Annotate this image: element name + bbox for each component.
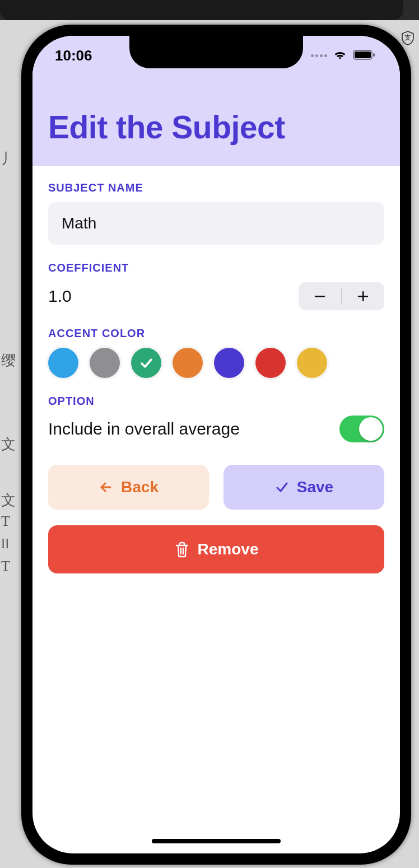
trash-icon bbox=[174, 541, 190, 558]
back-button[interactable]: Back bbox=[48, 465, 209, 510]
save-button[interactable]: Save bbox=[224, 465, 384, 510]
back-button-label: Back bbox=[121, 478, 159, 496]
option-text: Include in overall average bbox=[48, 419, 240, 438]
stepper-minus-button[interactable] bbox=[299, 282, 341, 310]
background-obscured-text: 文 bbox=[1, 435, 16, 454]
status-right bbox=[311, 47, 375, 64]
svg-rect-3 bbox=[373, 53, 375, 57]
phone-screen: 10:06 bbox=[32, 36, 400, 853]
color-swatch-3[interactable] bbox=[173, 348, 203, 378]
plus-icon bbox=[357, 290, 369, 302]
device-notch bbox=[129, 36, 303, 68]
save-button-label: Save bbox=[297, 478, 333, 496]
background-obscured-text: 文 bbox=[1, 491, 16, 510]
home-indicator[interactable] bbox=[152, 839, 281, 843]
checkmark-icon bbox=[138, 355, 154, 371]
svg-text:支: 支 bbox=[404, 34, 411, 41]
remove-button[interactable]: Remove bbox=[48, 525, 384, 573]
status-time: 10:06 bbox=[55, 47, 92, 64]
background-obscured-text: 缨 bbox=[1, 351, 16, 370]
checkmark-icon bbox=[274, 480, 289, 494]
include-toggle[interactable] bbox=[339, 416, 384, 442]
color-swatch-6[interactable] bbox=[297, 348, 327, 378]
subject-name-input[interactable] bbox=[48, 202, 384, 245]
svg-rect-2 bbox=[355, 52, 371, 58]
option-label: OPTION bbox=[48, 395, 384, 408]
wifi-icon bbox=[333, 47, 347, 64]
toggle-knob bbox=[359, 417, 383, 441]
background-obscured-text: T bbox=[1, 513, 10, 530]
phone-frame: 10:06 bbox=[21, 25, 411, 865]
accent-color-row bbox=[48, 348, 384, 378]
color-swatch-4[interactable] bbox=[214, 348, 244, 378]
coefficient-stepper bbox=[299, 282, 384, 310]
stepper-plus-button[interactable] bbox=[342, 282, 384, 310]
accent-color-label: ACCENT COLOR bbox=[48, 327, 384, 340]
signal-dots-icon bbox=[311, 54, 327, 57]
top-bar-shadow bbox=[0, 0, 403, 20]
coefficient-value: 1.0 bbox=[48, 287, 72, 306]
color-swatch-5[interactable] bbox=[255, 348, 286, 378]
background-obscured-text: 丿 bbox=[1, 149, 16, 169]
color-swatch-2[interactable] bbox=[131, 348, 161, 378]
minus-icon bbox=[314, 290, 326, 302]
coefficient-label: COEFFICIENT bbox=[48, 262, 384, 274]
background-obscured-text: ll bbox=[1, 535, 9, 552]
background-obscured-text: T bbox=[1, 558, 10, 575]
color-swatch-1[interactable] bbox=[90, 348, 120, 378]
page-title: Edit the Subject bbox=[48, 109, 384, 146]
shield-icon: 支 bbox=[401, 30, 417, 48]
battery-icon bbox=[353, 47, 375, 64]
main-content: SUBJECT NAME COEFFICIENT 1.0 bbox=[32, 166, 400, 573]
remove-button-label: Remove bbox=[198, 540, 259, 558]
svg-rect-4 bbox=[315, 296, 325, 297]
color-swatch-0[interactable] bbox=[48, 348, 78, 378]
svg-rect-6 bbox=[362, 291, 364, 301]
arrow-left-icon bbox=[99, 480, 113, 494]
subject-name-label: SUBJECT NAME bbox=[48, 181, 384, 194]
